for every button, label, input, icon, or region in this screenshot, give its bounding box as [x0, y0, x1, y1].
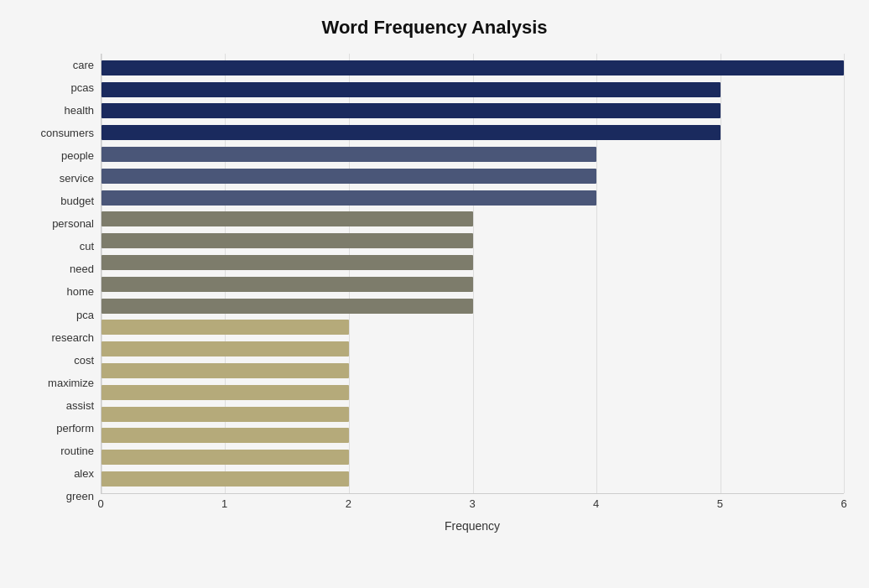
bar — [101, 450, 349, 465]
y-label: pca — [76, 310, 94, 320]
bar-row — [101, 187, 844, 209]
bar — [101, 147, 596, 162]
x-tick-label: 3 — [469, 497, 475, 510]
bar-row — [101, 252, 844, 273]
y-label: research — [51, 332, 94, 343]
bar-row — [101, 317, 844, 339]
bars-area — [101, 54, 844, 494]
bar — [101, 103, 721, 118]
x-axis-labels: 0123456 — [101, 497, 844, 514]
grid-line — [844, 54, 845, 493]
bars-section: 0123456 Frequency — [101, 54, 844, 533]
y-label: consumers — [40, 127, 94, 138]
y-label: health — [65, 105, 94, 116]
bar-row — [101, 425, 844, 447]
bars-wrapper — [101, 54, 844, 493]
y-label: assist — [66, 400, 94, 411]
y-label: budget — [60, 195, 94, 206]
bar — [101, 190, 596, 206]
bar-row — [101, 143, 844, 165]
y-label: need — [70, 263, 94, 274]
x-tick-label: 6 — [840, 497, 846, 510]
y-label: people — [61, 150, 94, 161]
bar-row — [101, 79, 844, 101]
y-label: alex — [74, 468, 94, 479]
bar-row — [101, 360, 844, 382]
x-tick-label: 4 — [593, 497, 599, 510]
bar-row — [101, 468, 844, 490]
y-label: home — [66, 286, 94, 297]
bar — [101, 255, 473, 270]
bar — [101, 277, 473, 292]
bar — [101, 211, 473, 226]
chart-title: Word Frequency Analysis — [25, 17, 844, 39]
bar — [101, 471, 349, 487]
bar-row — [101, 273, 844, 295]
bar-row — [101, 101, 844, 122]
y-label: pcas — [71, 82, 94, 93]
bar-row — [101, 338, 844, 360]
y-label: green — [66, 491, 94, 502]
bar — [101, 363, 349, 378]
bar-row — [101, 165, 844, 187]
x-axis-title: Frequency — [101, 519, 844, 533]
y-label: maximize — [48, 377, 94, 388]
bar — [101, 82, 721, 97]
y-label: service — [60, 173, 94, 184]
y-label: cost — [74, 355, 94, 366]
bar-row — [101, 230, 844, 252]
bar — [101, 233, 473, 248]
bar — [101, 125, 721, 140]
chart-container: Word Frequency Analysis carepcashealthco… — [0, 0, 869, 588]
x-tick-label: 5 — [717, 497, 723, 510]
y-label: personal — [52, 218, 94, 229]
bar-row — [101, 382, 844, 403]
y-label: perform — [56, 423, 94, 434]
bar-row — [101, 57, 844, 79]
bar — [101, 169, 596, 184]
bar-row — [101, 295, 844, 317]
bar — [101, 428, 349, 443]
y-label: care — [73, 60, 94, 70]
bar — [101, 299, 473, 314]
bar — [101, 320, 349, 335]
x-tick-label: 1 — [221, 497, 227, 510]
bar-row — [101, 209, 844, 231]
bar — [101, 385, 349, 400]
x-tick-label: 0 — [97, 497, 103, 510]
bar — [101, 341, 349, 356]
chart-area: carepcashealthconsumerspeopleservicebudg… — [25, 54, 844, 533]
y-label: cut — [80, 241, 94, 252]
bar-row — [101, 403, 844, 425]
bar — [101, 60, 844, 75]
y-label: routine — [60, 445, 94, 456]
x-tick-label: 2 — [346, 497, 351, 510]
bar-row — [101, 122, 844, 143]
bar — [101, 407, 349, 422]
bar-row — [101, 446, 844, 468]
y-axis-labels: carepcashealthconsumerspeopleservicebudg… — [25, 54, 101, 533]
